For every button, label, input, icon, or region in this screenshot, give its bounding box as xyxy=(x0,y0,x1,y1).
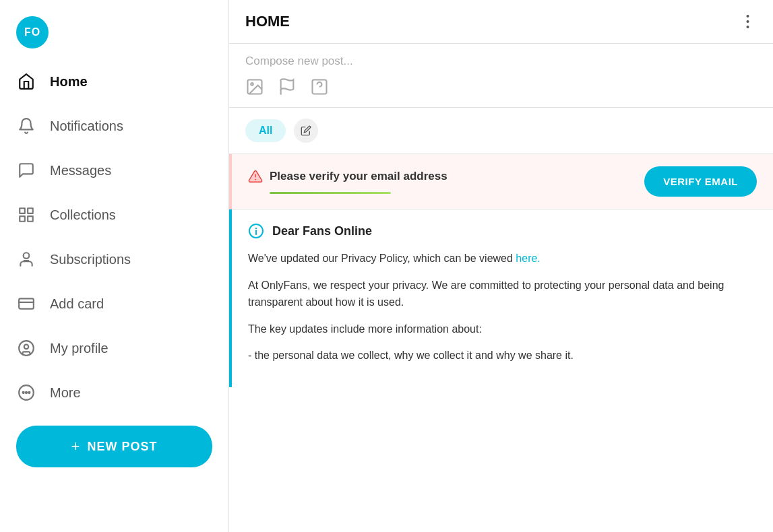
privacy-policy-link[interactable]: here. xyxy=(516,253,540,264)
svg-point-11 xyxy=(23,392,24,393)
sidebar-item-notifications[interactable]: Notifications xyxy=(0,104,228,148)
collections-icon xyxy=(16,205,36,225)
info-para-2: At OnlyFans, we respect your privacy. We… xyxy=(248,277,757,311)
svg-point-4 xyxy=(24,253,30,259)
alert-text-row: Please verify your email address xyxy=(248,169,447,184)
info-para-3: The key updates include more information… xyxy=(248,321,757,338)
svg-rect-2 xyxy=(20,216,25,222)
svg-point-16 xyxy=(746,26,749,28)
sidebar-item-add-card[interactable]: Add card xyxy=(0,281,228,326)
info-title: Dear Fans Online xyxy=(272,224,372,238)
svg-rect-3 xyxy=(28,216,33,222)
sidebar-item-more[interactable]: More xyxy=(0,370,228,415)
subscriptions-icon xyxy=(16,249,36,269)
sidebar-item-label-more: More xyxy=(50,385,81,401)
image-icon[interactable] xyxy=(245,77,264,96)
sidebar-item-label-my-profile: My profile xyxy=(50,341,109,356)
sidebar-item-label-collections: Collections xyxy=(50,207,116,223)
compose-area: Compose new post... xyxy=(229,44,773,108)
info-header: Dear Fans Online xyxy=(248,223,757,239)
svg-point-13 xyxy=(28,392,30,393)
sidebar-item-messages[interactable]: Messages xyxy=(0,148,228,193)
filter-edit-button[interactable] xyxy=(294,119,318,143)
svg-point-9 xyxy=(24,345,29,349)
svg-point-27 xyxy=(255,228,257,229)
sidebar-item-home[interactable]: Home xyxy=(0,59,228,104)
info-message: Dear Fans Online We've updated our Priva… xyxy=(229,209,773,387)
sidebar-item-collections[interactable]: Collections xyxy=(0,193,228,237)
compose-actions xyxy=(245,77,757,96)
svg-rect-1 xyxy=(28,208,33,213)
sidebar-item-my-profile[interactable]: My profile xyxy=(0,326,228,370)
svg-point-15 xyxy=(746,20,749,23)
info-body: We've updated our Privacy Policy, which … xyxy=(248,250,757,364)
verify-email-button[interactable]: VERIFY EMAIL xyxy=(644,166,757,197)
sidebar-item-label-notifications: Notifications xyxy=(50,119,123,134)
compose-placeholder[interactable]: Compose new post... xyxy=(245,55,757,68)
alert-underline xyxy=(270,192,391,194)
svg-rect-6 xyxy=(19,298,34,308)
messages-icon xyxy=(16,160,36,180)
sidebar-item-label-messages: Messages xyxy=(50,163,111,178)
question-icon[interactable] xyxy=(310,77,329,96)
avatar[interactable]: FO xyxy=(16,16,49,48)
page-title: HOME xyxy=(245,13,290,30)
sidebar-item-label-add-card: Add card xyxy=(50,296,104,312)
filter-all-button[interactable]: All xyxy=(245,119,286,142)
warning-icon xyxy=(248,169,263,184)
svg-point-23 xyxy=(255,179,256,180)
svg-point-12 xyxy=(26,392,27,393)
filter-row: All xyxy=(229,108,773,154)
info-para-4: - the personal data we collect, why we c… xyxy=(248,347,757,364)
plus-icon: + xyxy=(71,438,81,455)
main-content: HOME Compose new post... xyxy=(229,0,773,532)
sidebar-item-label-subscriptions: Subscriptions xyxy=(50,252,131,267)
alert-left: Please verify your email address xyxy=(248,169,447,194)
avatar-area: FO xyxy=(0,11,228,59)
sidebar-item-subscriptions[interactable]: Subscriptions xyxy=(0,237,228,281)
add-card-icon xyxy=(16,294,36,314)
sidebar: FO Home Notifications xyxy=(0,0,229,532)
top-bar: HOME xyxy=(229,0,773,44)
new-post-button[interactable]: + NEW POST xyxy=(16,426,212,467)
more-icon xyxy=(16,383,36,403)
svg-point-14 xyxy=(746,15,749,18)
info-icon xyxy=(248,223,264,239)
flag-icon[interactable] xyxy=(278,77,297,96)
new-post-label: NEW POST xyxy=(87,440,157,454)
nav-menu: Home Notifications Messages xyxy=(0,59,228,415)
notification-icon xyxy=(16,116,36,136)
svg-point-18 xyxy=(251,83,253,86)
svg-rect-0 xyxy=(20,208,25,213)
home-icon xyxy=(16,71,36,92)
more-options-button[interactable] xyxy=(738,12,757,31)
alert-text: Please verify your email address xyxy=(270,170,447,183)
my-profile-icon xyxy=(16,338,36,358)
info-para-1: We've updated our Privacy Policy, which … xyxy=(248,250,757,267)
email-alert-banner: Please verify your email address VERIFY … xyxy=(229,154,773,209)
sidebar-item-label-home: Home xyxy=(50,74,88,90)
